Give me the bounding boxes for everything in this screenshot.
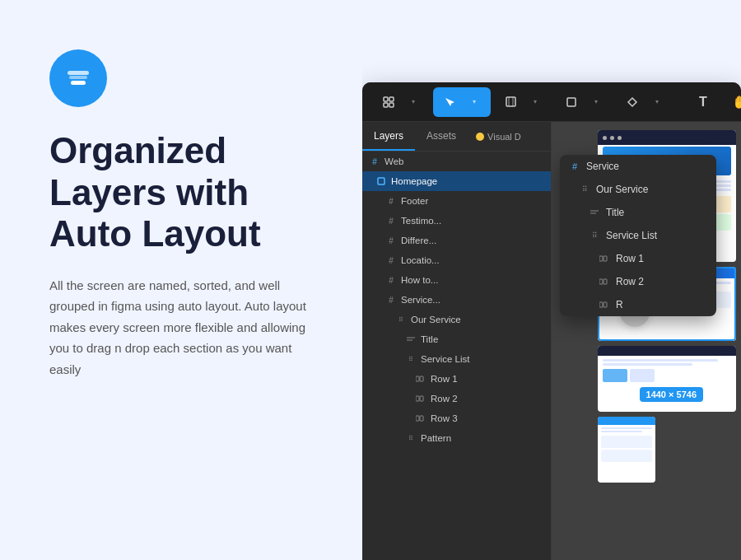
tab-visual-d[interactable]: Visual D — [468, 122, 529, 151]
fl-service[interactable]: # Service — [560, 155, 716, 178]
layer-icon-hash-service: # — [385, 294, 397, 306]
svg-rect-4 — [389, 97, 394, 101]
tab-assets[interactable]: Assets — [415, 122, 468, 151]
svg-rect-11 — [378, 178, 384, 184]
layer-web[interactable]: # Web — [362, 152, 551, 171]
layer-row1[interactable]: Row 1 — [362, 369, 551, 389]
fl-icon-dots-servicelist: ⠿ — [588, 229, 601, 242]
select-tool-icon — [438, 91, 461, 114]
svg-rect-22 — [599, 256, 603, 261]
layer-location[interactable]: # Locatio... — [362, 250, 551, 270]
svg-rect-17 — [420, 396, 423, 401]
layer-our-service[interactable]: ⠿ Our Service — [362, 310, 551, 329]
svg-rect-10 — [567, 98, 576, 106]
layer-icon-hash-location: # — [385, 254, 397, 266]
layer-testimonial[interactable]: # Testimo... — [362, 211, 551, 231]
select-tool-group[interactable]: ▾ — [433, 87, 491, 117]
shape-tool-group[interactable]: ▾ — [555, 87, 613, 117]
canvas-page-mobile: Mobile Mode — [598, 417, 655, 483]
layer-icon-cols-row3 — [415, 413, 426, 424]
svg-rect-24 — [599, 279, 603, 284]
canvas-page-desktop-3: 1440 × 5746 — [598, 346, 736, 412]
layer-row2[interactable]: Row 2 — [362, 389, 551, 408]
nav-dot — [618, 136, 622, 140]
svg-rect-2 — [71, 81, 86, 85]
fl-service-list[interactable]: ⠿ Service List — [560, 224, 716, 247]
left-panel: OrganizedLayers withAuto Layout All the … — [0, 0, 362, 560]
pen-tool-group[interactable]: ▾ — [616, 87, 673, 117]
sidebar-tabs: Layers Assets Visual D — [362, 122, 551, 152]
layer-icon-hash-different: # — [385, 235, 397, 246]
description: All the screen are named, sorted, and we… — [49, 275, 321, 380]
layer-icon-frame — [375, 175, 387, 187]
tab-layers[interactable]: Layers — [362, 122, 415, 151]
svg-rect-15 — [420, 376, 423, 381]
svg-rect-14 — [416, 376, 419, 381]
resize-tool-icon — [499, 91, 522, 114]
layers-list: # Web Homepage # — [362, 152, 551, 560]
fl-icon-hash-service: # — [568, 160, 581, 173]
hand-tool-icon: ✋ — [728, 91, 741, 114]
nav-dot — [603, 136, 607, 140]
fl-row1[interactable]: Row 1 — [560, 247, 716, 270]
pen-dropdown-icon: ▾ — [645, 91, 669, 114]
shape-dropdown-icon: ▾ — [585, 91, 608, 114]
logo-icon — [49, 49, 107, 107]
visual-d-dot — [476, 133, 484, 141]
svg-rect-19 — [420, 416, 423, 421]
svg-rect-16 — [416, 396, 419, 401]
layer-footer[interactable]: # Footer — [362, 191, 551, 211]
layer-icon-dots-pattern: ⠿ — [405, 432, 417, 444]
svg-rect-26 — [599, 302, 603, 307]
svg-rect-25 — [604, 279, 607, 284]
figma-body: Layers Assets Visual D # Web — [362, 122, 741, 560]
text-tool-group[interactable]: T — [687, 87, 720, 117]
floating-layers-panel: # Service ⠿ Our Service — [560, 155, 716, 316]
layer-icon-cols-row1 — [415, 373, 426, 385]
svg-rect-5 — [384, 103, 388, 107]
layer-icon-hash-footer: # — [385, 195, 397, 207]
layer-howto[interactable]: # How to... — [362, 270, 551, 290]
svg-rect-0 — [69, 76, 87, 79]
figma-toolbar: ▾ ▾ ▾ — [362, 82, 741, 122]
layer-homepage[interactable]: Homepage — [362, 171, 551, 191]
layer-icon-cols-row2 — [415, 393, 426, 404]
layer-different[interactable]: # Differe... — [362, 231, 551, 250]
layer-pattern[interactable]: ⠿ Pattern — [362, 428, 551, 448]
layer-service-list[interactable]: ⠿ Service List — [362, 349, 551, 369]
svg-rect-3 — [384, 97, 388, 101]
text-tool-icon: T — [692, 91, 715, 114]
hand-tool-group[interactable]: ✋ — [723, 87, 741, 117]
layer-icon-dots-ourservice: ⠿ — [395, 314, 407, 325]
layer-icon-hash-testimonial: # — [385, 215, 397, 226]
pen-tool-icon — [621, 91, 644, 114]
resize-tool-group[interactable]: ▾ — [494, 87, 552, 117]
page-header-bar-1 — [598, 130, 736, 145]
select-dropdown-icon: ▾ — [463, 91, 486, 114]
fl-icon-cols-row3 — [598, 298, 611, 311]
fl-title[interactable]: Title — [560, 201, 716, 224]
shape-tool-icon — [560, 91, 583, 114]
fl-our-service[interactable]: ⠿ Our Service — [560, 178, 716, 201]
frame-tool-icon — [377, 91, 400, 114]
dropdown-arrow-icon: ▾ — [402, 91, 425, 114]
layers-sidebar: Layers Assets Visual D # Web — [362, 122, 552, 560]
svg-rect-7 — [506, 97, 515, 106]
figma-window: ▾ ▾ ▾ — [362, 82, 741, 560]
svg-rect-1 — [68, 71, 89, 75]
dimension-badge: 1440 × 5746 — [640, 387, 703, 402]
svg-rect-23 — [604, 256, 607, 261]
fl-icon-cols-row2 — [598, 275, 611, 288]
layer-row3[interactable]: Row 3 — [362, 408, 551, 428]
layer-service[interactable]: # Service... — [362, 290, 551, 310]
page-inner-3 — [598, 346, 736, 412]
layer-title[interactable]: Title — [362, 329, 551, 349]
svg-rect-27 — [604, 302, 607, 307]
fl-row2[interactable]: Row 2 — [560, 270, 716, 293]
nav-dot — [610, 136, 614, 140]
fl-row3[interactable]: R — [560, 293, 716, 316]
frame-tool-group[interactable]: ▾ — [372, 87, 430, 117]
fl-icon-lines-title — [588, 206, 601, 219]
figma-canvas: # Service ⠿ Our Service — [552, 122, 741, 560]
headline: OrganizedLayers withAuto Layout — [49, 130, 321, 255]
